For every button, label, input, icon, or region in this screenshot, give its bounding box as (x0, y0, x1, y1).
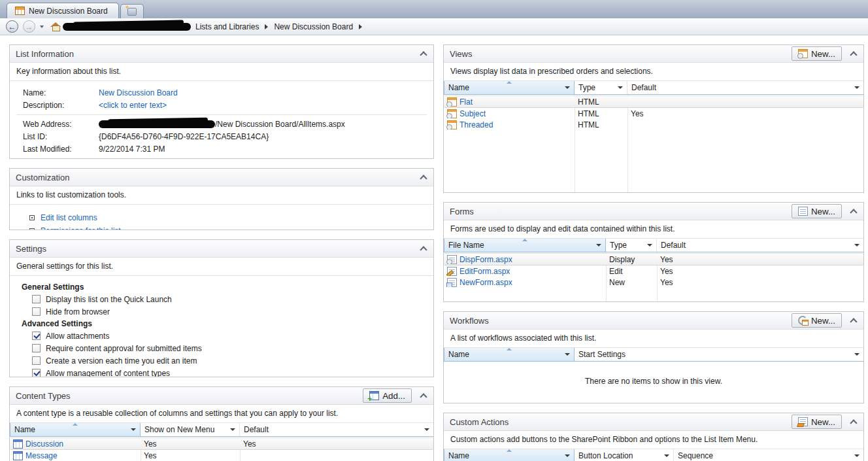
add-content-type-button[interactable]: Add... (363, 388, 412, 403)
column-header-name[interactable]: Name (444, 449, 575, 461)
web-address-value: /New Discussion Board/AllItems.aspx (215, 120, 345, 129)
history-dropdown-icon[interactable] (40, 26, 44, 28)
field-items: Items: 1 (10, 155, 433, 159)
empty-view-message: There are no items to show in this view. (444, 362, 863, 386)
new-form-icon (447, 278, 457, 287)
column-header-sequence[interactable]: Sequence (674, 449, 863, 461)
collapse-icon[interactable] (850, 317, 858, 324)
link-bullet-icon (29, 228, 35, 230)
collapse-icon[interactable] (420, 50, 427, 57)
field-list-id: List ID: {D6DF4A56-D760-4F9D-922E-17CA5E… (10, 130, 433, 143)
collapse-icon[interactable] (850, 418, 858, 425)
content-approval-checkbox[interactable] (32, 344, 41, 352)
panel-title: Workflows (450, 316, 489, 326)
column-dropdown-icon[interactable] (647, 244, 652, 247)
breadcrumb-separator-icon[interactable] (359, 24, 362, 29)
content-types-checkbox[interactable] (32, 369, 41, 377)
list-information-fields: Name: New Discussion Board Description: … (10, 81, 433, 159)
form-icon (798, 207, 808, 216)
column-header-show-on-new-menu[interactable]: Show on New Menu (141, 423, 240, 436)
customization-links: Edit list columns Permissions for this l… (10, 205, 433, 230)
collapse-icon[interactable] (850, 208, 858, 214)
table-row-threaded[interactable]: Threaded HTML (444, 119, 863, 130)
column-header-start-settings[interactable]: Start Settings (575, 348, 863, 361)
column-header-name[interactable]: Name (10, 423, 141, 436)
list-name-link[interactable]: New Discussion Board (99, 88, 178, 97)
content-types-table: Name Show on New Menu Default Discussion… (10, 423, 433, 461)
new-form-button[interactable]: New... (792, 204, 842, 218)
edit-list-columns-link[interactable]: Edit list columns (41, 213, 97, 222)
forward-button[interactable]: → (23, 20, 35, 33)
column-dropdown-icon[interactable] (664, 454, 669, 457)
permissions-link[interactable]: Permissions for this list (41, 226, 121, 230)
tab-new-discussion-board[interactable]: New Discussion Board (7, 3, 119, 18)
view-icon (447, 97, 457, 107)
views-table-body: Flat HTML Subject HTML Yes Threaded HTML (444, 95, 863, 192)
column-dropdown-icon[interactable] (565, 454, 570, 457)
column-dropdown-icon[interactable] (854, 244, 860, 247)
column-header-type[interactable]: Type (575, 81, 627, 94)
panel-title: Settings (16, 244, 46, 254)
new-custom-action-button[interactable]: New... (792, 415, 842, 429)
table-row-editform[interactable]: EditForm.aspx Edit Yes (444, 265, 863, 277)
column-header-button-location[interactable]: Button Location (575, 449, 674, 461)
hide-from-browser-checkbox[interactable] (32, 307, 41, 316)
column-dropdown-icon[interactable] (230, 428, 235, 431)
forms-panel: Forms New... Forms are used to display a… (443, 202, 864, 302)
setting-allow-attachments: Allow attachments (22, 330, 433, 342)
column-dropdown-icon[interactable] (854, 353, 860, 356)
settings-page: List Information Key information about t… (0, 35, 868, 461)
collapse-icon[interactable] (420, 245, 427, 252)
breadcrumb-separator-icon[interactable] (265, 24, 268, 29)
column-dropdown-icon[interactable] (131, 428, 136, 431)
views-table: Name Type Default Flat HTML (444, 81, 863, 192)
workflows-table-body: There are no items to show in this view. (444, 362, 863, 403)
field-name: Name: New Discussion Board (10, 86, 433, 99)
new-workflow-button[interactable]: New... (792, 313, 842, 328)
new-tab-button[interactable] (120, 4, 144, 18)
workflows-header: Workflows New... (444, 312, 863, 330)
new-view-button[interactable]: New... (792, 46, 842, 61)
table-row-flat[interactable]: Flat HTML (444, 95, 863, 108)
column-header-name[interactable]: Name (444, 81, 575, 94)
versioning-checkbox[interactable] (32, 356, 41, 365)
quick-launch-checkbox[interactable] (32, 295, 41, 303)
column-dropdown-icon[interactable] (618, 86, 623, 89)
table-row-discussion[interactable]: Discussion Yes Yes (10, 437, 433, 450)
collapse-icon[interactable] (420, 392, 427, 399)
column-dropdown-icon[interactable] (565, 86, 570, 89)
breadcrumb-item-lists-and-libraries[interactable]: Lists and Libraries (195, 22, 259, 31)
home-icon[interactable] (50, 22, 61, 31)
column-header-default[interactable]: Default (627, 81, 863, 94)
column-dropdown-icon[interactable] (565, 353, 570, 356)
column-dropdown-icon[interactable] (854, 86, 860, 89)
column-header-default[interactable]: Default (657, 239, 863, 252)
list-information-header: List Information (10, 45, 433, 63)
column-header-default[interactable]: Default (240, 423, 433, 436)
left-column: List Information Key information about t… (9, 44, 434, 461)
forms-header: Forms New... (444, 203, 863, 220)
column-header-name[interactable]: Name (444, 348, 575, 361)
collapse-icon[interactable] (420, 174, 427, 180)
general-settings-heading: General Settings (22, 281, 433, 293)
table-row-subject[interactable]: Subject HTML Yes (444, 108, 863, 119)
breadcrumb-item-new-discussion-board[interactable]: New Discussion Board (274, 22, 353, 31)
forms-table-header: File Name Type Default (444, 239, 863, 252)
column-header-file-name[interactable]: File Name (444, 239, 606, 252)
edit-form-icon (447, 267, 457, 276)
panel-description: Key information about this list. (10, 63, 433, 81)
column-dropdown-icon[interactable] (854, 454, 860, 457)
back-button[interactable]: ← (6, 20, 18, 33)
table-row-newform[interactable]: NewForm.aspx New Yes (444, 277, 863, 288)
tab-label: New Discussion Board (29, 7, 108, 16)
collapse-icon[interactable] (850, 50, 858, 57)
column-dropdown-icon[interactable] (596, 244, 601, 247)
allow-attachments-checkbox[interactable] (32, 332, 41, 340)
table-row-message[interactable]: Message Yes (10, 450, 433, 461)
column-header-type[interactable]: Type (606, 239, 657, 252)
list-description-link[interactable]: <click to enter text> (99, 101, 167, 110)
workflow-icon (798, 316, 808, 325)
table-row-dispform[interactable]: DispForm.aspx Display Yes (444, 253, 863, 265)
column-dropdown-icon[interactable] (424, 428, 429, 431)
panel-title: Views (450, 49, 472, 59)
